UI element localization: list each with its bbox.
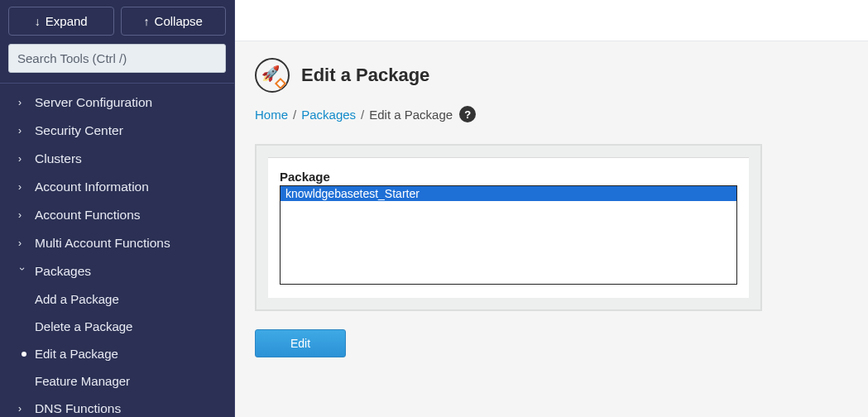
chevron-down-icon: › xyxy=(17,267,28,276)
sidebar-item-label: Server Configuration xyxy=(35,95,152,110)
sidebar-item-label: Clusters xyxy=(35,151,82,166)
sidebar-item-server-configuration[interactable]: › Server Configuration xyxy=(0,89,234,117)
search-input[interactable] xyxy=(8,44,226,73)
sidebar-sub-delete-package[interactable]: Delete a Package xyxy=(0,313,234,340)
expand-collapse-row: ↓ Expand ↑ Collapse xyxy=(8,7,226,36)
arrow-up-icon: ↑ xyxy=(144,15,150,28)
sidebar-sub-label: Edit a Package xyxy=(35,347,118,361)
sidebar-item-label: Account Information xyxy=(35,180,149,194)
sidebar-item-label: Security Center xyxy=(35,123,123,138)
page-title: Edit a Package xyxy=(301,65,429,86)
sidebar: ↓ Expand ↑ Collapse › Server Configurati… xyxy=(0,0,235,417)
sidebar-item-clusters[interactable]: › Clusters xyxy=(0,145,234,173)
package-panel: Package knowldgebasetest_Starter xyxy=(255,144,762,311)
search-wrap xyxy=(8,44,226,78)
main: 🚀 Edit a Package Home / Packages / Edit … xyxy=(235,0,868,417)
expand-button[interactable]: ↓ Expand xyxy=(8,7,114,36)
sidebar-item-dns-functions[interactable]: › DNS Functions xyxy=(0,395,234,417)
edit-button[interactable]: Edit xyxy=(255,329,346,357)
sidebar-item-multi-account-functions[interactable]: › Multi Account Functions xyxy=(0,229,234,257)
collapse-label: Collapse xyxy=(155,14,203,28)
panel-inner: Package knowldgebasetest_Starter xyxy=(268,157,749,298)
sidebar-item-packages[interactable]: › Packages xyxy=(0,257,234,285)
sidebar-sub-feature-manager[interactable]: Feature Manager xyxy=(0,367,234,395)
content: 🚀 Edit a Package Home / Packages / Edit … xyxy=(235,41,868,417)
breadcrumb-current: Edit a Package xyxy=(369,108,453,122)
breadcrumb-separator: / xyxy=(361,108,364,122)
sidebar-item-label: DNS Functions xyxy=(35,401,121,416)
sidebar-item-label: Multi Account Functions xyxy=(35,236,170,251)
breadcrumb-home[interactable]: Home xyxy=(255,108,288,122)
sidebar-item-account-information[interactable]: › Account Information xyxy=(0,173,234,201)
sidebar-item-label: Account Functions xyxy=(35,208,141,223)
top-strip xyxy=(235,0,868,41)
chevron-right-icon: › xyxy=(18,153,26,165)
sidebar-top: ↓ Expand ↑ Collapse xyxy=(0,0,234,83)
expand-label: Expand xyxy=(46,14,88,28)
sidebar-sub-edit-package[interactable]: Edit a Package xyxy=(0,340,234,367)
collapse-button[interactable]: ↑ Collapse xyxy=(121,7,227,36)
breadcrumb: Home / Packages / Edit a Package ? xyxy=(255,106,848,122)
sidebar-sub-label: Feature Manager xyxy=(35,374,130,388)
sidebar-sub-label: Add a Package xyxy=(35,292,119,306)
chevron-right-icon: › xyxy=(18,209,26,221)
rocket-icon: 🚀 xyxy=(261,66,280,81)
breadcrumb-separator: / xyxy=(293,108,296,122)
chevron-right-icon: › xyxy=(18,403,26,415)
package-icon: 🚀 xyxy=(255,58,290,93)
help-icon[interactable]: ? xyxy=(459,106,476,122)
sidebar-item-label: Packages xyxy=(35,264,91,279)
sidebar-sub-label: Delete a Package xyxy=(35,319,132,333)
chevron-right-icon: › xyxy=(18,181,26,193)
arrow-down-icon: ↓ xyxy=(35,15,41,28)
breadcrumb-packages[interactable]: Packages xyxy=(301,108,356,122)
sidebar-item-account-functions[interactable]: › Account Functions xyxy=(0,201,234,229)
chevron-right-icon: › xyxy=(18,237,26,249)
active-dot-icon xyxy=(22,352,26,357)
sidebar-item-security-center[interactable]: › Security Center xyxy=(0,117,234,145)
sidebar-sub-add-package[interactable]: Add a Package xyxy=(0,285,234,313)
chevron-right-icon: › xyxy=(18,125,26,137)
page-header: 🚀 Edit a Package xyxy=(255,58,848,93)
package-field-label: Package xyxy=(280,170,737,184)
package-listbox[interactable]: knowldgebasetest_Starter xyxy=(280,185,737,285)
sidebar-nav: › Server Configuration › Security Center… xyxy=(0,83,234,417)
package-option[interactable]: knowldgebasetest_Starter xyxy=(281,186,736,201)
chevron-right-icon: › xyxy=(18,97,26,108)
